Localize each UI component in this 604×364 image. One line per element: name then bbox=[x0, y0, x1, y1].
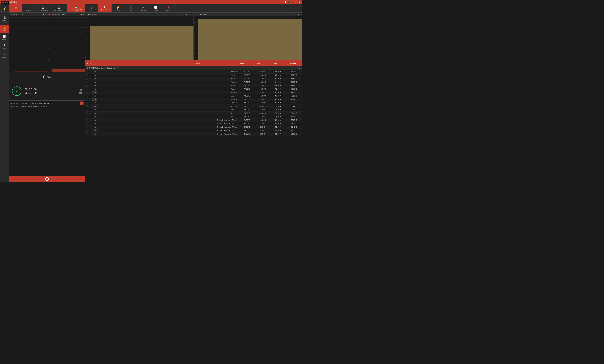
download-icon-12[interactable]: ↓ bbox=[92, 112, 94, 114]
tab-gpu[interactable]: 💻 GeForce RTX 3060Laptop bbox=[67, 4, 85, 12]
download-icon-0[interactable]: ↓ bbox=[92, 71, 94, 73]
tab-others[interactable]: ❓ Others bbox=[162, 4, 175, 12]
download-icon-1[interactable]: ↓ bbox=[92, 74, 94, 76]
tab-all[interactable]: ◎ All bbox=[85, 4, 98, 12]
tab-core-i9[interactable]: 💻 Core i9-12900H bbox=[51, 4, 67, 12]
download-icon-7[interactable]: ↓ bbox=[92, 95, 94, 97]
chart-icon-0[interactable]: ▦ bbox=[95, 71, 97, 73]
row-check-9[interactable] bbox=[85, 102, 88, 104]
row-check-1[interactable] bbox=[85, 74, 88, 76]
row-name-4: P-core 4 bbox=[101, 85, 239, 86]
row-name-6: E-core 6 bbox=[101, 92, 239, 93]
chart-icon-4[interactable]: ▦ bbox=[95, 85, 97, 87]
chart-icon-17[interactable]: ▦ bbox=[95, 130, 97, 132]
sidebar-item-sysinfo[interactable]: ℹ SysInfo bbox=[0, 42, 9, 51]
download-icon-8[interactable]: ↓ bbox=[92, 98, 94, 101]
chart-icon-7[interactable]: ▦ bbox=[95, 95, 97, 97]
row-check-7[interactable] bbox=[85, 95, 88, 97]
row-name-16: P-core 2 Distance to TjMAX bbox=[101, 126, 239, 128]
chart-icon-11[interactable]: ▦ bbox=[95, 109, 97, 111]
sidebar-label-stability: Stability certificate bbox=[1, 20, 9, 23]
sidebar-item-settings[interactable]: ⚙ Settings bbox=[0, 51, 9, 59]
chart-icon-18[interactable]: ▦ bbox=[95, 133, 97, 135]
row-check-2[interactable] bbox=[85, 78, 88, 80]
tab-hamburger[interactable]: ☰ bbox=[9, 4, 22, 12]
tab-cpu-core[interactable]: 💻 CPU Core Usage bbox=[35, 4, 51, 12]
tab-frequency[interactable]: 〰 Frequency bbox=[137, 4, 150, 12]
download-icon-2[interactable]: ↓ bbox=[92, 78, 94, 80]
download-icon-4[interactable]: ↓ bbox=[92, 85, 94, 87]
download-icon-13[interactable]: ↓ bbox=[92, 116, 94, 118]
chart-icon-16[interactable]: ▦ bbox=[95, 126, 97, 128]
tab-temperature[interactable]: 🌡 Temperature bbox=[98, 4, 112, 12]
gpu-memory-indicator bbox=[49, 14, 50, 15]
info-icon[interactable]: ℹ bbox=[285, 1, 286, 3]
download-icon-15[interactable]: ↓ bbox=[92, 122, 94, 125]
chart-scrollbar-thumb[interactable] bbox=[85, 60, 302, 61]
gpu-temperature-chart: GPU Temperature 66.75 °C 70 60 50 40 30 … bbox=[194, 12, 302, 60]
monitor-table-icon[interactable]: 🖥 bbox=[90, 62, 91, 64]
download-icon-3[interactable]: ↓ bbox=[92, 81, 94, 83]
chart-scrollbar[interactable] bbox=[85, 60, 302, 61]
row-min-4: 49.00 °C bbox=[255, 85, 271, 86]
chart-icon-13[interactable]: ▦ bbox=[95, 116, 97, 118]
chart-icon-10[interactable]: ▦ bbox=[95, 105, 97, 108]
chart-icon-6[interactable]: ▦ bbox=[95, 91, 97, 94]
row-check-14[interactable] bbox=[85, 119, 88, 121]
row-check-5[interactable] bbox=[85, 88, 88, 90]
row-check-17[interactable] bbox=[85, 130, 88, 132]
collapse-icon[interactable]: ▲ bbox=[299, 67, 301, 69]
row-check-16[interactable] bbox=[85, 126, 88, 128]
download-icon-16[interactable]: ↓ bbox=[92, 126, 94, 128]
tab-power[interactable]: 🔌 Power bbox=[124, 4, 137, 12]
row-check-6[interactable] bbox=[85, 92, 88, 94]
download-icon-5[interactable]: ↓ bbox=[92, 88, 94, 90]
stop-button[interactable] bbox=[45, 177, 49, 181]
tab-voltage[interactable]: ⚡ Voltage bbox=[112, 4, 124, 12]
chart-icon-2[interactable]: ▦ bbox=[95, 78, 97, 80]
download-icon-9[interactable]: ↓ bbox=[92, 102, 94, 104]
download-icon-14[interactable]: ↓ bbox=[92, 119, 94, 121]
window-controls[interactable]: ℹ 📷 ─ □ ✕ bbox=[285, 1, 301, 3]
gpu-temp-label: GPU Temperature bbox=[196, 13, 208, 15]
row-check-15[interactable] bbox=[85, 123, 88, 125]
chart-icon-14[interactable]: ▦ bbox=[95, 119, 97, 121]
chart-icon-1[interactable]: ▦ bbox=[95, 74, 97, 76]
y-label-0b: 0 bbox=[48, 69, 48, 71]
sidebar-item-monitor[interactable]: 📊 Monitor bbox=[0, 34, 9, 42]
sidebar-item-benchmark[interactable]: ⚡ Benchmark bbox=[0, 6, 9, 14]
row-check-0[interactable] bbox=[85, 71, 88, 73]
row-check-13[interactable] bbox=[85, 116, 88, 118]
sidebar-item-stability[interactable]: 🏅 Stability certificate bbox=[0, 15, 9, 24]
row-check-8[interactable] bbox=[85, 98, 88, 100]
chart-icon-5[interactable]: ▦ bbox=[95, 88, 97, 90]
tab-system[interactable]: 🖥 System bbox=[22, 4, 35, 12]
download-icon-18[interactable]: ↓ bbox=[92, 133, 94, 135]
row-value-14: 29.00 °C bbox=[239, 119, 255, 121]
row-check-12[interactable] bbox=[85, 112, 88, 114]
row-check-18[interactable] bbox=[85, 133, 88, 135]
delete-log-btn[interactable]: 🗑 bbox=[80, 101, 84, 105]
log-text-1: Power - Started (Duration : 00:30:00) bbox=[21, 106, 47, 107]
star-icon[interactable]: ⭐ bbox=[86, 62, 88, 64]
minimize-icon[interactable]: ─ bbox=[292, 1, 294, 3]
row-check-10[interactable] bbox=[85, 106, 88, 107]
close-icon[interactable]: ✕ bbox=[299, 1, 301, 3]
row-check-3[interactable] bbox=[85, 81, 88, 83]
maximize-icon[interactable]: □ bbox=[296, 1, 297, 3]
row-value-8: 74.00 °C bbox=[239, 98, 255, 100]
download-icon-10[interactable]: ↓ bbox=[92, 105, 94, 108]
sidebar-item-test[interactable]: 🔥 Test bbox=[0, 25, 9, 33]
download-icon-6[interactable]: ↓ bbox=[92, 91, 94, 94]
download-icon-11[interactable]: ↓ bbox=[92, 109, 94, 111]
chart-icon-15[interactable]: ▦ bbox=[95, 122, 97, 125]
chart-icon-12[interactable]: ▦ bbox=[95, 112, 97, 114]
tab-usage[interactable]: 📈 Usage bbox=[150, 4, 162, 12]
chart-icon-8[interactable]: ▦ bbox=[95, 98, 97, 101]
chart-icon-9[interactable]: ▦ bbox=[95, 102, 97, 104]
row-check-4[interactable] bbox=[85, 85, 88, 87]
row-check-11[interactable] bbox=[85, 109, 88, 111]
screenshot-icon[interactable]: 📷 bbox=[288, 1, 290, 3]
download-icon-17[interactable]: ↓ bbox=[92, 130, 94, 132]
chart-icon-3[interactable]: ▦ bbox=[95, 81, 97, 83]
